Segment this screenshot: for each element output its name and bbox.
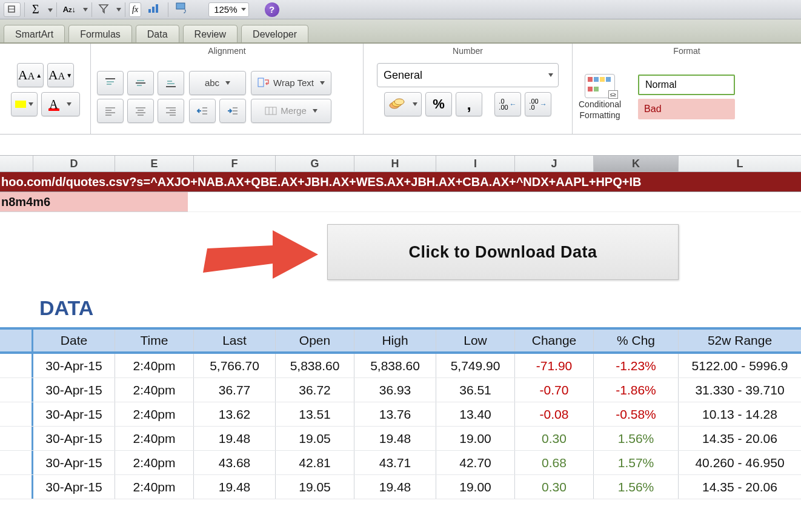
cell-last[interactable]: 43.68 (194, 451, 276, 474)
table-row[interactable]: 30-Apr-152:40pm5,766.705,838.605,838.605… (0, 354, 801, 378)
th-change[interactable]: Change (515, 330, 594, 351)
cell-range[interactable]: 5122.00 - 5996.9 (679, 354, 801, 377)
download-data-button[interactable]: Click to Download Data (327, 224, 679, 280)
cell-low[interactable]: 13.40 (436, 402, 515, 426)
cell-range[interactable]: 14.35 - 20.06 (679, 427, 801, 450)
col-header-L[interactable]: L (679, 156, 801, 171)
col-header-gutter[interactable] (0, 156, 33, 171)
align-left-button[interactable] (97, 99, 124, 123)
cell-pctchg[interactable]: 1.56% (594, 427, 679, 450)
cell-high[interactable]: 13.76 (354, 402, 436, 426)
cell-open[interactable]: 42.81 (276, 451, 354, 474)
font-color-button[interactable]: A (41, 92, 80, 116)
col-header-E[interactable]: E (115, 156, 194, 171)
cell-high[interactable]: 19.48 (354, 475, 436, 499)
cell-change[interactable]: 0.30 (515, 475, 594, 499)
cell-date[interactable]: 30-Apr-15 (33, 354, 115, 377)
align-top-button[interactable] (97, 71, 124, 95)
cell-change[interactable]: -71.90 (515, 354, 594, 377)
th-high[interactable]: High (354, 330, 436, 351)
cell-open[interactable]: 19.05 (276, 427, 354, 450)
font-shrink-button[interactable]: AA▼ (47, 63, 74, 87)
col-header-G[interactable]: G (276, 156, 354, 171)
cell-low[interactable]: 5,749.90 (436, 354, 515, 377)
cell-pctchg[interactable]: 1.56% (594, 475, 679, 499)
cell-low[interactable]: 19.00 (436, 427, 515, 450)
cell-low[interactable]: 36.51 (436, 378, 515, 402)
cell-pctchg[interactable]: -1.86% (594, 378, 679, 402)
cell-low[interactable]: 42.70 (436, 451, 515, 474)
percent-button[interactable]: % (425, 92, 452, 116)
table-row[interactable]: 30-Apr-152:40pm36.7736.7236.9336.51-0.70… (0, 378, 801, 402)
cell-date[interactable]: 30-Apr-15 (33, 378, 115, 402)
col-header-I[interactable]: I (436, 156, 515, 171)
table-row[interactable]: 30-Apr-152:40pm19.4819.0519.4819.000.301… (0, 475, 801, 499)
cell-open[interactable]: 19.05 (276, 475, 354, 499)
increase-decimal-button[interactable]: .0.00← (494, 92, 521, 116)
merge-button[interactable]: Merge (251, 99, 331, 123)
cell-pctchg[interactable]: 1.57% (594, 451, 679, 474)
cell-open[interactable]: 5,838.60 (276, 354, 354, 377)
zoom-select[interactable]: 125% (208, 2, 248, 17)
media-icon[interactable]: ♪ (172, 2, 193, 16)
th-52wrange[interactable]: 52w Range (679, 330, 801, 351)
col-header-J[interactable]: J (515, 156, 594, 171)
cell-high[interactable]: 5,838.60 (354, 354, 436, 377)
cell-last[interactable]: 19.48 (194, 475, 276, 499)
conditional-formatting-button[interactable]: ≤≥ Conditional Formatting (579, 74, 621, 120)
cell-date[interactable]: 30-Apr-15 (33, 475, 115, 499)
cell-high[interactable]: 19.48 (354, 427, 436, 450)
fill-color-button[interactable] (11, 92, 38, 116)
cell-high[interactable]: 36.93 (354, 378, 436, 402)
cell-range[interactable]: 31.330 - 39.710 (679, 378, 801, 402)
cell-time[interactable]: 2:40pm (115, 354, 194, 377)
col-header-K[interactable]: K (594, 156, 679, 171)
font-grow-button[interactable]: AA▲ (17, 63, 44, 87)
filter-icon[interactable] (96, 3, 111, 16)
cell-time[interactable]: 2:40pm (115, 378, 194, 402)
comma-button[interactable]: , (456, 92, 482, 116)
sigma-icon[interactable]: Σ (28, 2, 43, 16)
th-time[interactable]: Time (115, 330, 194, 351)
cell-last[interactable]: 19.48 (194, 427, 276, 450)
currency-button[interactable] (384, 92, 422, 116)
sort-icon[interactable]: AZ↓ (61, 5, 78, 14)
cell-style-normal[interactable]: Normal (638, 75, 735, 95)
align-middle-button[interactable] (127, 71, 154, 95)
cell-change[interactable]: 0.30 (515, 427, 594, 450)
cell-url-row1[interactable]: hoo.com/d/quotes.csv?s=^AXJO+NAB.AX+QBE.… (0, 172, 801, 192)
cell-url-row2[interactable]: n8m4m6 (0, 192, 188, 212)
cell-pctchg[interactable]: -1.23% (594, 354, 679, 377)
table-row[interactable]: 30-Apr-152:40pm13.6213.5113.7613.40-0.08… (0, 402, 801, 427)
col-header-H[interactable]: H (354, 156, 436, 171)
cell-date[interactable]: 30-Apr-15 (33, 451, 115, 474)
tab-data[interactable]: Data (136, 25, 179, 42)
th-last[interactable]: Last (194, 330, 276, 351)
fx-button[interactable]: fx (129, 2, 141, 17)
table-row[interactable]: 30-Apr-152:40pm43.6842.8143.7142.700.681… (0, 451, 801, 475)
autosave-icon[interactable] (4, 2, 21, 17)
cell-range[interactable]: 10.13 - 14.28 (679, 402, 801, 426)
cell-open[interactable]: 13.51 (276, 402, 354, 426)
th-date[interactable]: Date (33, 330, 115, 351)
cell-range[interactable]: 14.35 - 20.06 (679, 475, 801, 499)
th-low[interactable]: Low (436, 330, 515, 351)
cell-change[interactable]: -0.08 (515, 402, 594, 426)
cell-change[interactable]: 0.68 (515, 451, 594, 474)
align-center-button[interactable] (127, 99, 154, 123)
th-pctchg[interactable]: % Chg (594, 330, 679, 351)
cell-time[interactable]: 2:40pm (115, 427, 194, 450)
cell-date[interactable]: 30-Apr-15 (33, 427, 115, 450)
tab-developer[interactable]: Developer (241, 25, 308, 42)
tab-formulas[interactable]: Formulas (68, 25, 132, 42)
cell-high[interactable]: 43.71 (354, 451, 436, 474)
align-right-button[interactable] (158, 99, 184, 123)
tab-review[interactable]: Review (183, 25, 238, 42)
cell-low[interactable]: 19.00 (436, 475, 515, 499)
cell-pctchg[interactable]: -0.58% (594, 402, 679, 426)
col-header-F[interactable]: F (194, 156, 276, 171)
orientation-button[interactable]: abc (189, 71, 246, 95)
chart-icon[interactable] (144, 3, 164, 16)
decrease-decimal-button[interactable]: .00.0→ (525, 92, 551, 116)
wrap-text-button[interactable]: Wrap Text (251, 71, 331, 95)
